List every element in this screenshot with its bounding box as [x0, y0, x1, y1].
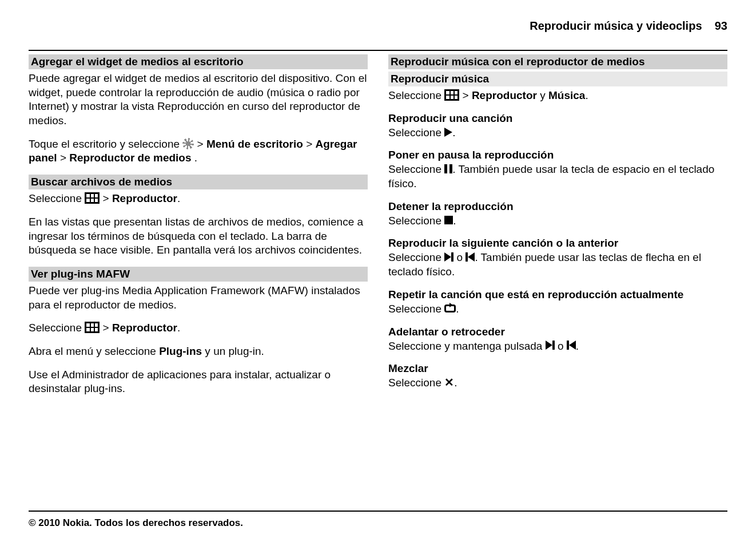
heading: Reproducir una canción [388, 112, 727, 125]
heading: Repetir la canción que está en reproducc… [388, 288, 727, 301]
heading: Reproducir la siguiente canción o la ant… [388, 237, 727, 250]
sub-title: Reproducir música [388, 72, 727, 86]
paragraph: Seleccione . [388, 214, 727, 228]
heading: Detener la reproducción [388, 200, 727, 213]
page-header: Reproducir música y videoclips 93 [29, 19, 727, 33]
stop-icon [444, 216, 453, 224]
paragraph: Seleccione . [388, 302, 727, 316]
grid-icon [85, 192, 100, 204]
heading: Adelantar o retroceder [388, 326, 727, 338]
section-title: Ver plug-ins MAFW [29, 267, 368, 282]
paragraph: Toque el escritorio y seleccione > Menú … [29, 137, 368, 165]
paragraph: Seleccione ✕. [388, 376, 727, 391]
grid-icon [85, 322, 100, 333]
prev-icon [465, 252, 475, 262]
right-column: Reproducir música con el reproductor de … [388, 54, 727, 405]
heading: Poner en pausa la reproducción [388, 149, 727, 161]
pause-icon [444, 164, 452, 173]
next-icon [546, 341, 555, 350]
next-icon [444, 252, 453, 262]
paragraph: Seleccione > Reproductor y Música. [388, 89, 727, 103]
paragraph: Seleccione y mantenga pulsada o . [388, 339, 727, 354]
gear-icon [182, 138, 194, 149]
prev-icon [567, 341, 576, 350]
page-number: 93 [715, 19, 727, 32]
paragraph: En las vistas que presentan listas de ar… [29, 215, 368, 258]
section-title: Reproducir música con el reproductor de … [388, 54, 727, 69]
paragraph: Seleccione . También puede usar la tecla… [388, 163, 727, 191]
paragraph: Use el Administrador de aplicaciones par… [29, 368, 368, 396]
shuffle-icon: ✕ [444, 375, 454, 390]
footer-rule [29, 511, 727, 512]
paragraph: Abra el menú y seleccione Plug-ins y un … [29, 345, 368, 359]
content-columns: Agregar el widget de medios al escritori… [29, 54, 727, 405]
repeat-icon [444, 304, 456, 312]
paragraph: Seleccione . [388, 126, 727, 140]
play-icon [444, 128, 452, 137]
paragraph: Seleccione > Reproductor. [29, 192, 368, 206]
section-title: Buscar archivos de medios [29, 175, 368, 189]
paragraph: Seleccione o . También puede usar las te… [388, 251, 727, 279]
heading: Mezclar [388, 362, 727, 375]
header-title: Reproducir música y videoclips [530, 19, 702, 32]
grid-icon [444, 89, 459, 101]
footer-copyright: © 2010 Nokia. Todos los derechos reserva… [29, 517, 243, 529]
paragraph: Seleccione > Reproductor. [29, 321, 368, 335]
header-rule [29, 50, 727, 51]
paragraph: Puede agregar el widget de medios al esc… [29, 72, 368, 128]
paragraph: Puede ver plug-ins Media Application Fra… [29, 284, 368, 312]
section-title: Agregar el widget de medios al escritori… [29, 54, 368, 69]
left-column: Agregar el widget de medios al escritori… [29, 54, 368, 405]
